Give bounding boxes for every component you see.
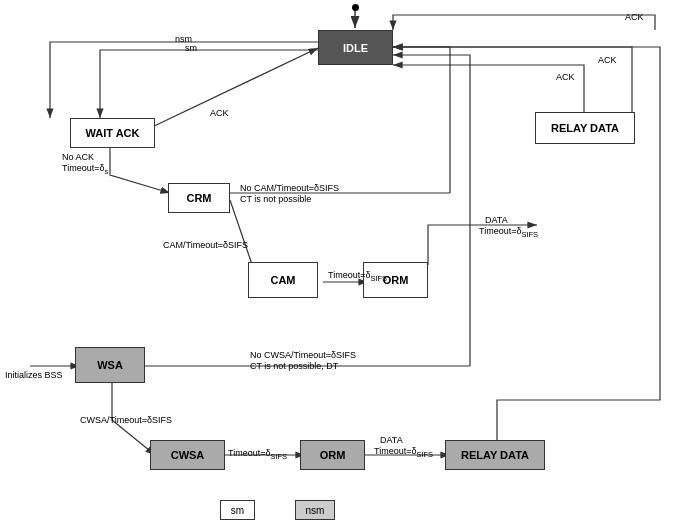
label-timeout-cam-orm: Timeout=δSIFS	[328, 270, 387, 283]
box-relay-data-top: RELAY DATA	[535, 112, 635, 144]
label-no-cwsa: No CWSA/Timeout=δSIFS	[250, 350, 356, 360]
diagram-container: IDLE WAIT ACK CRM CAM ORM RELAY DATA WSA…	[0, 0, 675, 532]
label-ack-1: ACK	[556, 72, 575, 82]
box-idle: IDLE	[318, 30, 393, 65]
label-no-cam: No CAM/Timeout=δSIFS	[240, 183, 339, 193]
label-ack-3: ACK	[625, 12, 644, 22]
wait-ack-label: WAIT ACK	[86, 127, 140, 139]
label-data-bot: DATA	[380, 435, 403, 445]
label-no-ack: No ACK	[62, 152, 94, 162]
box-cam: CAM	[248, 262, 318, 298]
box-crm: CRM	[168, 183, 230, 213]
relay-data-top-label: RELAY DATA	[551, 122, 619, 134]
label-timeout-cwsa-orm: Timeout=δSIFS	[228, 448, 287, 461]
label-data-relay: DATA	[485, 215, 508, 225]
label-timeout-relay: Timeout=δSIFS	[479, 226, 538, 239]
label-timeout-bot: Timeout=δSIFS	[374, 446, 433, 459]
label-initializes-bss: Initializes BSS	[5, 370, 63, 380]
box-wsa: WSA	[75, 347, 145, 383]
cwsa-label: CWSA	[171, 449, 205, 461]
initial-state-dot	[352, 4, 359, 11]
label-timeout-delta: Timeout=δs	[62, 163, 108, 176]
box-relay-data-bot: RELAY DATA	[445, 440, 545, 470]
legend-sm-label: sm	[231, 505, 244, 516]
label-sm-top: sm	[185, 43, 197, 53]
wsa-label: WSA	[97, 359, 123, 371]
legend-box-nsm: nsm	[295, 500, 335, 520]
legend-nsm-label: nsm	[306, 505, 325, 516]
box-orm-bot: ORM	[300, 440, 365, 470]
orm-bot-label: ORM	[320, 449, 346, 461]
label-ack-2: ACK	[598, 55, 617, 65]
box-wait-ack: WAIT ACK	[70, 118, 155, 148]
relay-data-bot-label: RELAY DATA	[461, 449, 529, 461]
label-cwsa-timeout: CWSA/Timeout=δSIFS	[80, 415, 172, 425]
box-cwsa: CWSA	[150, 440, 225, 470]
label-ct-not-possible-dt: CT is not possible, DT	[250, 361, 338, 371]
label-ack-wait: ACK	[210, 108, 229, 118]
legend-box-sm: sm	[220, 500, 255, 520]
idle-label: IDLE	[343, 42, 368, 54]
label-cam-timeout: CAM/Timeout=δSIFS	[163, 240, 248, 250]
cam-label: CAM	[270, 274, 295, 286]
crm-label: CRM	[186, 192, 211, 204]
label-ct-not-possible: CT is not possible	[240, 194, 311, 204]
